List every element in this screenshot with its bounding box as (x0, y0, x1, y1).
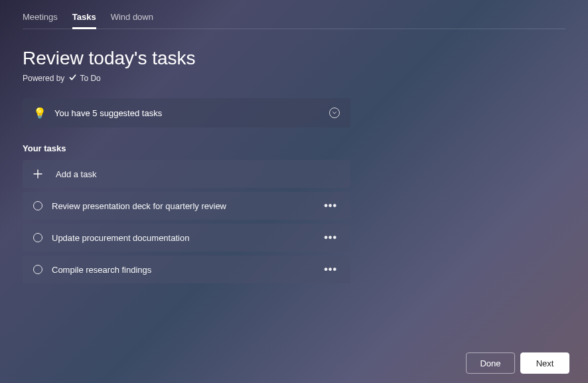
task-row[interactable]: Update procurement documentation ••• (23, 224, 350, 252)
task-list: Add a task Review presentation deck for … (23, 160, 350, 283)
task-title: Review presentation deck for quarterly r… (52, 201, 321, 211)
your-tasks-label: Your tasks (23, 143, 350, 153)
next-button[interactable]: Next (520, 352, 569, 374)
add-task-text: Add a task (56, 169, 340, 179)
task-title: Update procurement documentation (52, 233, 321, 243)
suggested-tasks-bar[interactable]: 💡 You have 5 suggested tasks (23, 98, 350, 127)
more-icon[interactable]: ••• (321, 261, 340, 278)
task-checkbox[interactable] (33, 233, 42, 242)
plus-icon (33, 169, 42, 179)
done-button[interactable]: Done (466, 352, 515, 374)
tab-tasks[interactable]: Tasks (72, 12, 96, 29)
add-task-row[interactable]: Add a task (23, 160, 350, 188)
task-title: Compile research findings (52, 265, 321, 275)
task-checkbox[interactable] (33, 201, 42, 210)
check-icon (68, 73, 77, 84)
task-row[interactable]: Review presentation deck for quarterly r… (23, 192, 350, 220)
more-icon[interactable]: ••• (321, 197, 340, 214)
powered-app: To Do (80, 74, 100, 83)
task-row[interactable]: Compile research findings ••• (23, 256, 350, 283)
chevron-down-icon (329, 108, 340, 118)
powered-by-label: Powered by To Do (23, 73, 565, 84)
tab-meetings[interactable]: Meetings (23, 12, 58, 29)
suggested-text: You have 5 suggested tasks (54, 108, 329, 118)
task-checkbox[interactable] (33, 265, 42, 274)
tab-wind-down[interactable]: Wind down (111, 12, 153, 29)
page-title: Review today's tasks (23, 48, 565, 69)
more-icon[interactable]: ••• (321, 229, 340, 246)
powered-prefix: Powered by (23, 74, 64, 83)
tab-bar: Meetings Tasks Wind down (23, 12, 565, 29)
footer-actions: Done Next (466, 352, 569, 374)
lightbulb-icon: 💡 (33, 107, 46, 119)
